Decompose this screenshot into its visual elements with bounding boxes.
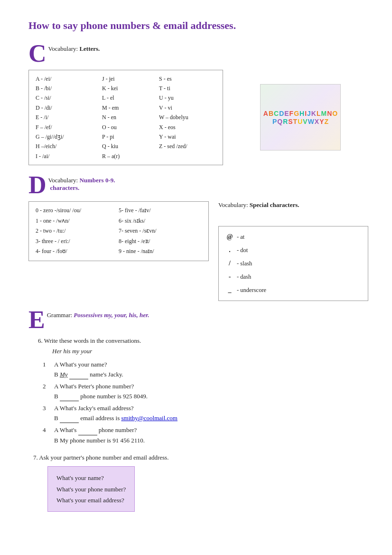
list-item: Q - kiu xyxy=(102,141,159,151)
list-item: J xyxy=(307,110,311,117)
word-bank: Her his my your xyxy=(52,348,368,355)
list-item: L - el xyxy=(102,93,159,103)
colorful-letters-display: A B C D E F G H I J K L M N O P Q R S T xyxy=(261,108,340,127)
list-item: M - em xyxy=(102,103,159,113)
question-3: What's your email address? xyxy=(56,495,126,506)
list-item: E xyxy=(284,110,289,117)
list-item: B - /bi/ xyxy=(36,84,102,93)
section-e-letter: E xyxy=(28,308,45,332)
list-item: G xyxy=(294,110,299,117)
section-c-label-bold: Letters. xyxy=(79,45,100,52)
list-item: X xyxy=(315,118,319,125)
special-char-underscore: _ xyxy=(225,283,234,297)
list-item: . - dot xyxy=(225,244,361,257)
list-item: N - en xyxy=(102,113,159,122)
list-item: B xyxy=(269,110,273,117)
list-item: U - yu xyxy=(159,93,216,103)
alphabet-image: A B C D E F G H I J K L M N O P Q R S T xyxy=(233,70,368,166)
list-item: Z xyxy=(325,118,329,125)
numbers-special-row: 0 - zero -/sirou/ /ou/ 1 - one - /wʌn/ 2… xyxy=(28,201,368,301)
list-item: O xyxy=(332,110,337,117)
section-e-label: Grammar: Possessives my, your, his, her. xyxy=(47,311,149,319)
letters-area: A - /ei/ B - /bi/ C - /si/ D - /di/ E - … xyxy=(28,70,368,166)
list-item: R – a(r) xyxy=(102,151,159,161)
special-label-bold: Special characters. xyxy=(250,201,299,208)
list-item: U xyxy=(298,118,302,125)
conv-num-1: 1 xyxy=(43,360,50,380)
list-item: H xyxy=(299,110,304,117)
list-item: / - slash xyxy=(225,257,361,270)
section-d-chars-label: characters. xyxy=(50,184,80,191)
section-e: E Grammar: Possessives my, your, his, he… xyxy=(28,308,368,512)
question-2: What's your phone number? xyxy=(56,484,126,495)
section-d-label-bold: Numbers 0-9. xyxy=(79,177,115,184)
letters-table: A - /ei/ B - /bi/ C - /si/ D - /di/ E - … xyxy=(28,70,223,166)
blank-4 xyxy=(78,425,97,435)
special-box: @ - at . - dot / - slash - - dash _ - un… xyxy=(218,226,368,301)
section-d-letter: D xyxy=(28,173,47,198)
list-item: 8- eight - /eɪt/ xyxy=(119,236,202,247)
section-d-label2: characters. xyxy=(50,184,115,192)
letters-col2: J - jei K - kei L - el M - em N - en O -… xyxy=(102,74,159,161)
special-name-dot: - dot xyxy=(237,245,248,256)
numbers-table: 0 - zero -/sirou/ /ou/ 1 - one - /wʌn/ 2… xyxy=(28,201,209,261)
conv-lines-2: A What's Peter's phone number? B phone n… xyxy=(54,382,368,402)
list-item: L xyxy=(317,110,321,117)
exercise6-area: 6. Write these words in the conversation… xyxy=(38,337,368,445)
conv-line-4a: A What's phone number? xyxy=(54,425,368,435)
list-item: 6- six /sɪks/ xyxy=(119,216,202,226)
special-area: Vocabulary: Special characters. @ - at .… xyxy=(218,201,368,301)
list-item: Q xyxy=(277,118,282,125)
list-item: A - /ei/ xyxy=(36,74,102,84)
list-item: G – /gi//dʒi/ xyxy=(36,132,102,141)
conv-num-3: 3 xyxy=(43,404,50,423)
section-c-label: Vocabulary: Letters. xyxy=(48,45,100,53)
conv-line-4b: B My phone number is 91 456 2110. xyxy=(54,436,368,445)
blank-2 xyxy=(60,392,79,402)
section-e-label-bold: Possessives my, your, his, her. xyxy=(74,311,149,319)
list-item: J - jei xyxy=(102,74,159,84)
section-e-header: E Grammar: Possessives my, your, his, he… xyxy=(28,308,368,332)
conv-line-3b: B email address is smithy@coolmail.com xyxy=(54,414,368,423)
numbers-grid: 0 - zero -/sirou/ /ou/ 1 - one - /wʌn/ 2… xyxy=(36,206,202,257)
list-item: V - vi xyxy=(159,103,216,113)
list-item: W – dobelyu xyxy=(159,113,216,122)
list-item: T - ti xyxy=(159,84,216,93)
conv-lines-4: A What's phone number? B My phone number… xyxy=(54,425,368,445)
numbers-col1: 0 - zero -/sirou/ /ou/ 1 - one - /wʌn/ 2… xyxy=(36,206,119,257)
conv-line-2b: B phone number is 925 8049. xyxy=(54,392,368,402)
section-d-label-block: Vocabulary: Numbers 0-9. characters. xyxy=(48,173,115,192)
special-name-dash: - dash xyxy=(237,271,251,283)
list-item: 2 - two - /tu:/ xyxy=(36,226,119,236)
list-item: E - /i/ xyxy=(36,113,102,122)
list-item: C xyxy=(274,110,279,117)
list-item: P xyxy=(272,118,277,125)
list-item: H –/eich/ xyxy=(36,141,102,151)
list-item: F xyxy=(289,110,294,117)
blank-3 xyxy=(60,414,79,423)
list-item: R xyxy=(283,118,288,125)
list-item: Z - sed /zed/ xyxy=(159,141,216,151)
special-char-slash: / xyxy=(225,257,234,270)
list-item: O - ou xyxy=(102,122,159,132)
list-item: Y - wai xyxy=(159,132,216,141)
email-link[interactable]: smithy@coolmail.com xyxy=(121,414,177,422)
list-item: S - es xyxy=(159,74,216,84)
special-name-at: - at xyxy=(237,231,244,243)
conv-line-3a: A What's Jacky's email address? xyxy=(54,404,368,413)
section-d-label: Vocabulary: Numbers 0-9. xyxy=(48,177,115,184)
list-item: D - /di/ xyxy=(36,103,102,113)
special-char-at: @ xyxy=(225,230,234,244)
blank-1 xyxy=(69,370,88,380)
conversation-1: 1 A What's your name? B My name's Jacky. xyxy=(43,360,368,380)
letters-grid: A - /ei/ B - /bi/ C - /si/ D - /di/ E - … xyxy=(36,74,216,161)
list-item: @ - at xyxy=(225,230,361,244)
exercise7-title: 7. Ask your partner's phone number and e… xyxy=(33,454,368,461)
section-d-header: D Vocabulary: Numbers 0-9. characters. xyxy=(28,173,368,198)
list-item: W xyxy=(308,118,314,125)
conv-lines-1: A What's your name? B My name's Jacky. xyxy=(54,360,368,380)
list-item: N xyxy=(327,110,332,117)
letters-col3: S - es T - ti U - yu V - vi W – dobelyu … xyxy=(159,74,216,161)
special-char-dot: . xyxy=(225,244,234,257)
exercise7-area: 7. Ask your partner's phone number and e… xyxy=(33,454,368,512)
